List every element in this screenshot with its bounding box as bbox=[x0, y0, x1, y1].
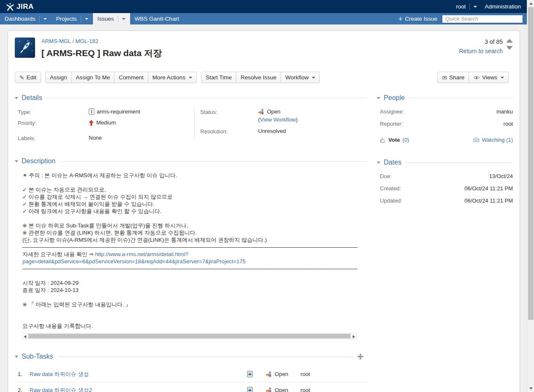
administration-link[interactable]: Administration bbox=[485, 3, 521, 10]
description-horizontal-scrollbar bbox=[22, 333, 357, 339]
subtask-row: 1.Raw data 하위이슈 생성Openroot bbox=[18, 366, 367, 382]
comment-button[interactable]: Comment bbox=[114, 72, 148, 83]
workflow-button[interactable]: Workflow bbox=[281, 72, 320, 83]
issue-view-container: ARMS-MGL / MGL-182 [ ARMS-REQ ] Raw data… bbox=[8, 30, 520, 392]
collapse-toggle-icon[interactable] bbox=[377, 162, 380, 164]
dates-heading: Dates bbox=[384, 159, 401, 166]
priority-medium-icon bbox=[89, 120, 94, 126]
due-date-field: Due: 13/Oct/24 bbox=[380, 173, 513, 179]
vote-button[interactable]: Vote (0) bbox=[380, 137, 409, 143]
breadcrumb-issue-key-link[interactable]: MGL-182 bbox=[75, 38, 98, 44]
subtask-number: 1. bbox=[18, 371, 30, 377]
subtask-type-icon bbox=[247, 371, 253, 377]
scroll-down-icon[interactable] bbox=[529, 387, 533, 389]
eye-icon bbox=[473, 76, 480, 80]
chevron-down-icon bbox=[189, 77, 192, 78]
next-issue-icon[interactable] bbox=[506, 46, 513, 50]
type-field: Type: arms-requirement bbox=[18, 108, 194, 115]
description-line: ————————————————————————————————————————… bbox=[22, 265, 367, 272]
issue-pager: 3 of 85 Return to search bbox=[459, 37, 503, 56]
assignee-value[interactable]: manku bbox=[496, 108, 513, 115]
nav-wbs-gantt-chart[interactable]: WBS Gantt-Chart bbox=[130, 13, 184, 24]
subtask-title-link[interactable]: Raw data 하위이슈 생성2 bbox=[30, 387, 247, 392]
horizontal-scrollbar-thumb[interactable] bbox=[28, 334, 351, 338]
vertical-scrollbar-thumb[interactable] bbox=[528, 7, 534, 320]
description-line: 자세한 요구사항 내용 확인 ⇒ http://www.a-rms.net/ar… bbox=[22, 251, 367, 258]
nav-issues[interactable]: Issues bbox=[93, 13, 130, 24]
add-subtask-icon[interactable] bbox=[357, 354, 363, 360]
status-field: Status: Open bbox=[200, 108, 367, 123]
updated-date-field: Updated: 06/Oct/24 11:21 PM bbox=[380, 197, 513, 204]
main-nav-bar: Dashboards Projects Issues WBS Gantt-Cha… bbox=[0, 13, 527, 24]
assign-to-me-button[interactable]: Assign To Me bbox=[71, 72, 115, 83]
more-actions-button[interactable]: More Actions bbox=[148, 72, 197, 83]
subtask-row: 2.Raw data 하위이슈 생성2Openroot bbox=[18, 382, 367, 392]
chevron-down-icon bbox=[312, 77, 315, 78]
project-avatar[interactable] bbox=[15, 38, 35, 58]
collapse-toggle-icon[interactable] bbox=[377, 97, 380, 99]
description-line: ※ 『 아래는 입력된 요구사항 내용입니다. 』 bbox=[22, 301, 367, 308]
people-section: People Assignee: manku Reporter: root bbox=[377, 94, 513, 143]
breadcrumb-separator: / bbox=[72, 38, 74, 44]
heading-rule bbox=[406, 162, 513, 163]
share-button[interactable]: ✉ Share bbox=[437, 72, 469, 83]
quick-search-input[interactable] bbox=[442, 15, 523, 23]
nav-projects[interactable]: Projects bbox=[52, 13, 93, 24]
reporter-value[interactable]: root bbox=[504, 121, 513, 127]
resolve-issue-button[interactable]: Resolve Issue bbox=[236, 72, 281, 83]
description-link[interactable]: http://www.a-rms.net/arms/detail.html? bbox=[95, 251, 188, 257]
thumbs-up-icon bbox=[380, 137, 386, 143]
issue-type-icon bbox=[89, 108, 94, 115]
edit-button[interactable]: ✎ Edit bbox=[15, 72, 41, 83]
dates-section: Dates Due: 13/Oct/24 Created: 06/Oct/24 … bbox=[377, 159, 513, 204]
watching-icon bbox=[473, 138, 480, 142]
subtask-list: 1.Raw data 하위이슈 생성Openroot2.Raw data 하위이… bbox=[15, 366, 367, 392]
chevron-down-icon bbox=[122, 18, 125, 20]
collapse-toggle-icon[interactable] bbox=[15, 356, 18, 358]
user-menu[interactable]: root bbox=[456, 3, 477, 10]
nav-dashboards[interactable]: Dashboards bbox=[0, 13, 52, 24]
issue-title: [ ARMS-REQ ] Raw data 저장 bbox=[41, 47, 513, 59]
description-section: Description ☀ 주의 : 본 이슈는 A-RMS에서 제공하는 요구… bbox=[15, 157, 367, 339]
page-vertical-scrollbar bbox=[527, 0, 534, 392]
subtasks-section: Sub-Tasks 1.Raw data 하위이슈 생성Openroot2.Ra… bbox=[15, 353, 367, 392]
description-line bbox=[22, 308, 367, 315]
view-workflow-link[interactable]: View Workflow bbox=[260, 116, 296, 123]
return-to-search-link[interactable]: Return to search bbox=[459, 48, 503, 54]
description-line bbox=[22, 315, 367, 322]
description-line: (단, 요구사항 이슈(A-RMS에서 제공한 이슈)간 연결(LINK)은 통… bbox=[22, 236, 367, 243]
assign-button[interactable]: Assign bbox=[45, 72, 72, 83]
previous-issue-icon[interactable] bbox=[506, 39, 513, 43]
status-open-icon bbox=[258, 108, 264, 115]
scroll-left-icon[interactable] bbox=[24, 335, 26, 338]
chevron-down-icon bbox=[85, 18, 88, 20]
description-link[interactable]: page=detail&pdService=6&pdServiceVersion… bbox=[22, 258, 245, 265]
views-button[interactable]: Views bbox=[469, 72, 509, 83]
create-issue-button[interactable]: + Create Issue bbox=[398, 16, 437, 22]
topbar-right: root Administration bbox=[456, 3, 521, 10]
scroll-right-icon[interactable] bbox=[353, 335, 355, 338]
collapse-toggle-icon[interactable] bbox=[15, 97, 18, 99]
heading-rule bbox=[57, 357, 354, 357]
chevron-down-icon bbox=[501, 77, 504, 78]
breadcrumb-project-link[interactable]: ARMS-MGL bbox=[41, 38, 71, 44]
user-name: root bbox=[456, 3, 469, 10]
scroll-up-icon[interactable] bbox=[529, 3, 533, 5]
description-line bbox=[22, 272, 367, 279]
view-workflow: (View Workflow) bbox=[258, 116, 297, 123]
start-time-button[interactable]: Start Time bbox=[201, 72, 237, 83]
plus-icon: + bbox=[398, 16, 402, 22]
collapse-toggle-icon[interactable] bbox=[15, 160, 18, 162]
navbar-right: + Create Issue bbox=[398, 13, 527, 24]
jira-logo-text: JIRA bbox=[16, 3, 34, 11]
description-line bbox=[22, 294, 367, 301]
subtask-title-link[interactable]: Raw data 하위이슈 생성 bbox=[30, 370, 247, 378]
vote-count: (0) bbox=[403, 137, 409, 143]
description-line: 종료 일자 : 2024-10-13 bbox=[22, 287, 367, 294]
jira-logo[interactable]: JIRA bbox=[6, 3, 34, 11]
watching-button[interactable]: Watching (1) bbox=[473, 137, 513, 143]
issue-header: ARMS-MGL / MGL-182 [ ARMS-REQ ] Raw data… bbox=[15, 37, 513, 65]
subtask-status: Open bbox=[275, 387, 288, 392]
priority-field: Priority: Medium bbox=[18, 119, 194, 126]
pencil-icon: ✎ bbox=[19, 75, 25, 81]
